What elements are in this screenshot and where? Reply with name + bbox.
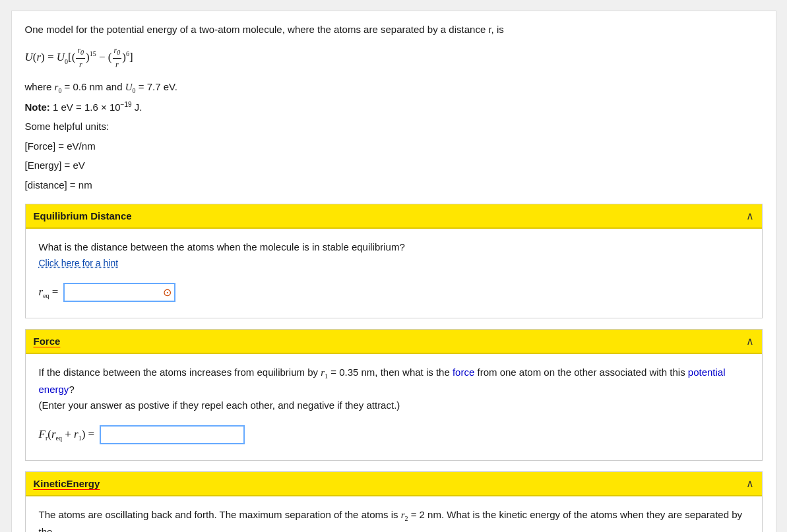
kinetic-question: The atoms are oscillating back and forth… <box>39 507 749 532</box>
force-header[interactable]: Force ∧ <box>26 330 762 354</box>
page-container: One model for the potential energy of a … <box>11 11 776 532</box>
equilibrium-input-wrapper: ⊙ <box>63 283 175 302</box>
equilibrium-input-row: req = ⊙ <box>39 283 749 302</box>
chevron-up-icon-2: ∧ <box>746 335 754 347</box>
force-title: Force <box>34 336 61 347</box>
chevron-up-icon: ∧ <box>746 210 754 222</box>
force-input-wrapper <box>100 425 245 444</box>
helpful-units-label: Some helpful units: <box>25 118 763 135</box>
force-content: If the distance between the atoms increa… <box>26 354 762 460</box>
kinetic-title: KineticEnergy <box>34 478 100 489</box>
equilibrium-section: Equilibrium Distance ∧ What is the dista… <box>25 204 763 318</box>
equilibrium-header[interactable]: Equilibrium Distance ∧ <box>26 204 762 229</box>
force-section: Force ∧ If the distance between the atom… <box>25 329 763 461</box>
chevron-up-icon-3: ∧ <box>746 477 754 490</box>
equilibrium-title: Equilibrium Distance <box>34 210 132 222</box>
equilibrium-input[interactable] <box>63 283 175 302</box>
kinetic-header[interactable]: KineticEnergy ∧ <box>26 472 762 496</box>
equilibrium-question: What is the distance between the atoms w… <box>39 239 749 255</box>
intro-line1: One model for the potential energy of a … <box>25 22 763 38</box>
params-text: where r0 = 0.6 nm and U0 = 7.7 eV. <box>25 78 763 96</box>
unit-distance: [distance] = nm <box>25 177 763 194</box>
equilibrium-hint-link[interactable]: Click here for a hint <box>39 258 119 268</box>
unit-force: [Force] = eV/nm <box>25 138 763 155</box>
kinetic-section: KineticEnergy ∧ The atoms are oscillatin… <box>25 471 763 532</box>
note-text: Note: 1 eV = 1.6 × 10−19 J. <box>25 99 763 116</box>
force-question: If the distance between the atoms increa… <box>39 365 749 398</box>
force-question-part2: (Enter your answer as postive if they re… <box>39 398 749 413</box>
force-input-row: Fr(req + r1) = <box>39 425 749 444</box>
formula-display: U(r) = U0[(r0r)15 − (r0r)6] <box>25 44 763 72</box>
force-label: Fr(req + r1) = <box>39 425 95 444</box>
intro-section: One model for the potential energy of a … <box>25 22 763 193</box>
unit-energy: [Energy] = eV <box>25 157 763 174</box>
equilibrium-label: req = <box>39 283 59 301</box>
kinetic-content: The atoms are oscillating back and forth… <box>26 496 762 532</box>
force-input[interactable] <box>100 425 245 444</box>
equilibrium-content: What is the distance between the atoms w… <box>26 229 762 318</box>
